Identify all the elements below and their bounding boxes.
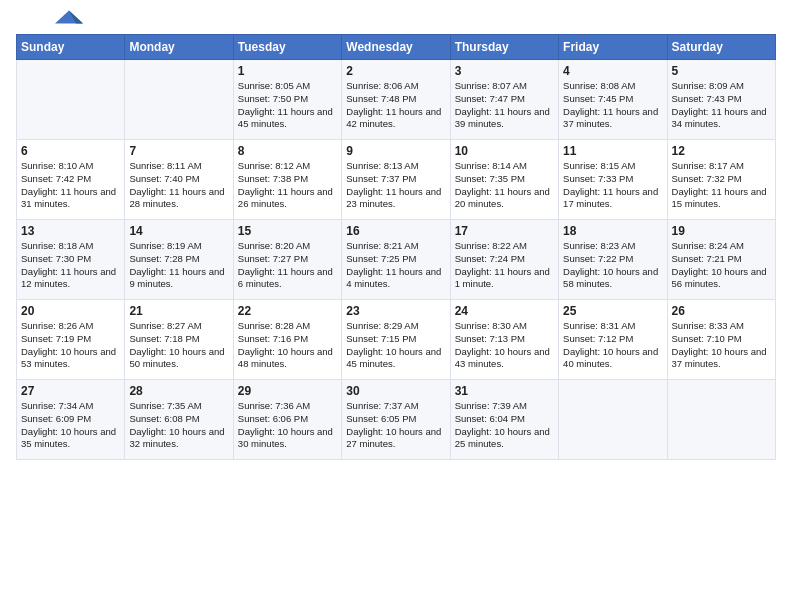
- calendar-cell: 25Sunrise: 8:31 AM Sunset: 7:12 PM Dayli…: [559, 300, 667, 380]
- day-info: Sunrise: 8:24 AM Sunset: 7:21 PM Dayligh…: [672, 240, 771, 291]
- day-info: Sunrise: 8:19 AM Sunset: 7:28 PM Dayligh…: [129, 240, 228, 291]
- calendar-cell: 6Sunrise: 8:10 AM Sunset: 7:42 PM Daylig…: [17, 140, 125, 220]
- week-row-3: 13Sunrise: 8:18 AM Sunset: 7:30 PM Dayli…: [17, 220, 776, 300]
- day-info: Sunrise: 8:12 AM Sunset: 7:38 PM Dayligh…: [238, 160, 337, 211]
- weekday-header-sunday: Sunday: [17, 35, 125, 60]
- day-info: Sunrise: 8:15 AM Sunset: 7:33 PM Dayligh…: [563, 160, 662, 211]
- day-number: 13: [21, 224, 120, 238]
- calendar-cell: 24Sunrise: 8:30 AM Sunset: 7:13 PM Dayli…: [450, 300, 558, 380]
- calendar-cell: 13Sunrise: 8:18 AM Sunset: 7:30 PM Dayli…: [17, 220, 125, 300]
- day-info: Sunrise: 8:20 AM Sunset: 7:27 PM Dayligh…: [238, 240, 337, 291]
- day-info: Sunrise: 8:08 AM Sunset: 7:45 PM Dayligh…: [563, 80, 662, 131]
- day-number: 26: [672, 304, 771, 318]
- page-container: SundayMondayTuesdayWednesdayThursdayFrid…: [0, 0, 792, 472]
- day-number: 11: [563, 144, 662, 158]
- day-number: 23: [346, 304, 445, 318]
- day-info: Sunrise: 7:36 AM Sunset: 6:06 PM Dayligh…: [238, 400, 337, 451]
- day-info: Sunrise: 7:35 AM Sunset: 6:08 PM Dayligh…: [129, 400, 228, 451]
- day-number: 27: [21, 384, 120, 398]
- day-number: 22: [238, 304, 337, 318]
- day-info: Sunrise: 8:28 AM Sunset: 7:16 PM Dayligh…: [238, 320, 337, 371]
- day-info: Sunrise: 8:11 AM Sunset: 7:40 PM Dayligh…: [129, 160, 228, 211]
- calendar-cell: 12Sunrise: 8:17 AM Sunset: 7:32 PM Dayli…: [667, 140, 775, 220]
- day-info: Sunrise: 8:30 AM Sunset: 7:13 PM Dayligh…: [455, 320, 554, 371]
- calendar-cell: 28Sunrise: 7:35 AM Sunset: 6:08 PM Dayli…: [125, 380, 233, 460]
- day-info: Sunrise: 8:13 AM Sunset: 7:37 PM Dayligh…: [346, 160, 445, 211]
- day-number: 1: [238, 64, 337, 78]
- calendar-cell: 9Sunrise: 8:13 AM Sunset: 7:37 PM Daylig…: [342, 140, 450, 220]
- day-number: 28: [129, 384, 228, 398]
- day-info: Sunrise: 8:23 AM Sunset: 7:22 PM Dayligh…: [563, 240, 662, 291]
- calendar-cell: 27Sunrise: 7:34 AM Sunset: 6:09 PM Dayli…: [17, 380, 125, 460]
- day-number: 2: [346, 64, 445, 78]
- day-info: Sunrise: 8:07 AM Sunset: 7:47 PM Dayligh…: [455, 80, 554, 131]
- day-info: Sunrise: 7:39 AM Sunset: 6:04 PM Dayligh…: [455, 400, 554, 451]
- day-info: Sunrise: 8:29 AM Sunset: 7:15 PM Dayligh…: [346, 320, 445, 371]
- day-number: 30: [346, 384, 445, 398]
- day-number: 18: [563, 224, 662, 238]
- calendar-cell: 23Sunrise: 8:29 AM Sunset: 7:15 PM Dayli…: [342, 300, 450, 380]
- day-info: Sunrise: 8:10 AM Sunset: 7:42 PM Dayligh…: [21, 160, 120, 211]
- calendar-cell: 10Sunrise: 8:14 AM Sunset: 7:35 PM Dayli…: [450, 140, 558, 220]
- calendar-cell: [17, 60, 125, 140]
- calendar-cell: 7Sunrise: 8:11 AM Sunset: 7:40 PM Daylig…: [125, 140, 233, 220]
- day-info: Sunrise: 8:05 AM Sunset: 7:50 PM Dayligh…: [238, 80, 337, 131]
- calendar-cell: [125, 60, 233, 140]
- day-info: Sunrise: 8:21 AM Sunset: 7:25 PM Dayligh…: [346, 240, 445, 291]
- week-row-5: 27Sunrise: 7:34 AM Sunset: 6:09 PM Dayli…: [17, 380, 776, 460]
- day-number: 29: [238, 384, 337, 398]
- calendar-cell: 20Sunrise: 8:26 AM Sunset: 7:19 PM Dayli…: [17, 300, 125, 380]
- calendar-cell: 19Sunrise: 8:24 AM Sunset: 7:21 PM Dayli…: [667, 220, 775, 300]
- day-number: 9: [346, 144, 445, 158]
- day-number: 25: [563, 304, 662, 318]
- weekday-header-wednesday: Wednesday: [342, 35, 450, 60]
- calendar-cell: 5Sunrise: 8:09 AM Sunset: 7:43 PM Daylig…: [667, 60, 775, 140]
- day-number: 14: [129, 224, 228, 238]
- weekday-header-tuesday: Tuesday: [233, 35, 341, 60]
- day-info: Sunrise: 7:34 AM Sunset: 6:09 PM Dayligh…: [21, 400, 120, 451]
- week-row-2: 6Sunrise: 8:10 AM Sunset: 7:42 PM Daylig…: [17, 140, 776, 220]
- day-info: Sunrise: 8:06 AM Sunset: 7:48 PM Dayligh…: [346, 80, 445, 131]
- day-info: Sunrise: 8:27 AM Sunset: 7:18 PM Dayligh…: [129, 320, 228, 371]
- weekday-header-monday: Monday: [125, 35, 233, 60]
- calendar-cell: 8Sunrise: 8:12 AM Sunset: 7:38 PM Daylig…: [233, 140, 341, 220]
- day-number: 5: [672, 64, 771, 78]
- day-info: Sunrise: 7:37 AM Sunset: 6:05 PM Dayligh…: [346, 400, 445, 451]
- day-number: 4: [563, 64, 662, 78]
- calendar-cell: 30Sunrise: 7:37 AM Sunset: 6:05 PM Dayli…: [342, 380, 450, 460]
- calendar-table: SundayMondayTuesdayWednesdayThursdayFrid…: [16, 34, 776, 460]
- day-number: 6: [21, 144, 120, 158]
- day-number: 24: [455, 304, 554, 318]
- calendar-cell: 1Sunrise: 8:05 AM Sunset: 7:50 PM Daylig…: [233, 60, 341, 140]
- day-number: 3: [455, 64, 554, 78]
- day-number: 17: [455, 224, 554, 238]
- calendar-cell: 4Sunrise: 8:08 AM Sunset: 7:45 PM Daylig…: [559, 60, 667, 140]
- calendar-cell: 16Sunrise: 8:21 AM Sunset: 7:25 PM Dayli…: [342, 220, 450, 300]
- calendar-cell: 15Sunrise: 8:20 AM Sunset: 7:27 PM Dayli…: [233, 220, 341, 300]
- day-info: Sunrise: 8:17 AM Sunset: 7:32 PM Dayligh…: [672, 160, 771, 211]
- calendar-cell: 29Sunrise: 7:36 AM Sunset: 6:06 PM Dayli…: [233, 380, 341, 460]
- day-number: 20: [21, 304, 120, 318]
- week-row-1: 1Sunrise: 8:05 AM Sunset: 7:50 PM Daylig…: [17, 60, 776, 140]
- day-info: Sunrise: 8:31 AM Sunset: 7:12 PM Dayligh…: [563, 320, 662, 371]
- day-info: Sunrise: 8:22 AM Sunset: 7:24 PM Dayligh…: [455, 240, 554, 291]
- day-number: 12: [672, 144, 771, 158]
- week-row-4: 20Sunrise: 8:26 AM Sunset: 7:19 PM Dayli…: [17, 300, 776, 380]
- calendar-cell: 22Sunrise: 8:28 AM Sunset: 7:16 PM Dayli…: [233, 300, 341, 380]
- weekday-header-thursday: Thursday: [450, 35, 558, 60]
- calendar-cell: 17Sunrise: 8:22 AM Sunset: 7:24 PM Dayli…: [450, 220, 558, 300]
- day-info: Sunrise: 8:26 AM Sunset: 7:19 PM Dayligh…: [21, 320, 120, 371]
- weekday-header-saturday: Saturday: [667, 35, 775, 60]
- calendar-cell: [667, 380, 775, 460]
- day-info: Sunrise: 8:33 AM Sunset: 7:10 PM Dayligh…: [672, 320, 771, 371]
- calendar-cell: 18Sunrise: 8:23 AM Sunset: 7:22 PM Dayli…: [559, 220, 667, 300]
- calendar-cell: 2Sunrise: 8:06 AM Sunset: 7:48 PM Daylig…: [342, 60, 450, 140]
- day-number: 8: [238, 144, 337, 158]
- day-number: 15: [238, 224, 337, 238]
- header: [16, 12, 776, 26]
- logo-icon: [54, 8, 84, 26]
- calendar-cell: 14Sunrise: 8:19 AM Sunset: 7:28 PM Dayli…: [125, 220, 233, 300]
- logo: [16, 12, 84, 26]
- weekday-header-friday: Friday: [559, 35, 667, 60]
- weekday-header-row: SundayMondayTuesdayWednesdayThursdayFrid…: [17, 35, 776, 60]
